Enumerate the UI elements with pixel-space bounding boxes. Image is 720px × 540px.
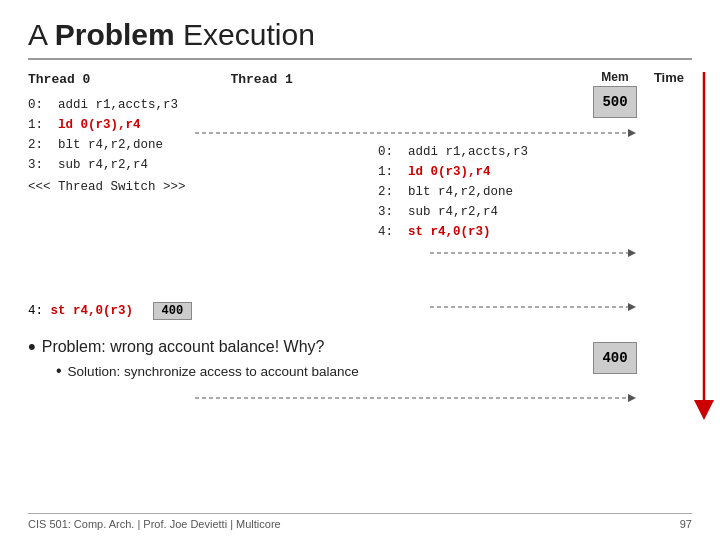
- thread0-line3: 3: sub r4,r2,r4: [28, 155, 348, 175]
- bullet-sub-text: Solution: synchronize access to account …: [68, 364, 359, 379]
- thread0-line2: 2: blt r4,r2,done: [28, 135, 348, 155]
- footer: CIS 501: Comp. Arch. | Prof. Joe Deviett…: [28, 513, 692, 530]
- slide-title: A Problem Execution: [28, 18, 692, 60]
- thread-switch: <<< Thread Switch >>>: [28, 177, 348, 197]
- memory-value-top: 500: [593, 86, 637, 118]
- thread1-line2: 2: blt r4,r2,done: [378, 182, 638, 202]
- bullet-main-text: Problem: wrong account balance! Why?: [42, 338, 325, 356]
- time-label: Time: [654, 70, 684, 85]
- title-prefix: A: [28, 18, 55, 51]
- thread0-line0: 0: addi r1,accts,r3: [28, 95, 348, 115]
- title-suffix: Execution: [175, 18, 315, 51]
- memory-label: Mem: [601, 70, 628, 84]
- thread1-line4: 4: st r4,0(r3): [378, 222, 638, 242]
- thread0-line4: 4: st r4,0(r3) 400: [28, 302, 692, 320]
- thread0-code: Thread 0 Thread 1 0: addi r1,accts,r3 1:…: [28, 70, 348, 242]
- footer-right: 97: [680, 518, 692, 530]
- thread1-header: Thread 1: [230, 70, 292, 91]
- thread1-code: 0: addi r1,accts,r3 1: ld 0(r3),r4 2: bl…: [378, 142, 638, 242]
- thread1-line0: 0: addi r1,accts,r3: [378, 142, 638, 162]
- thread1-line1: 1: ld 0(r3),r4: [378, 162, 638, 182]
- footer-left: CIS 501: Comp. Arch. | Prof. Joe Deviett…: [28, 518, 281, 530]
- thread0-header: Thread 0: [28, 70, 90, 91]
- memory-value-bottom: 400: [593, 342, 637, 374]
- thread0-line1: 1: ld 0(r3),r4: [28, 115, 348, 135]
- title-bold: Problem: [55, 18, 175, 51]
- thread1-line3: 3: sub r4,r2,r4: [378, 202, 638, 222]
